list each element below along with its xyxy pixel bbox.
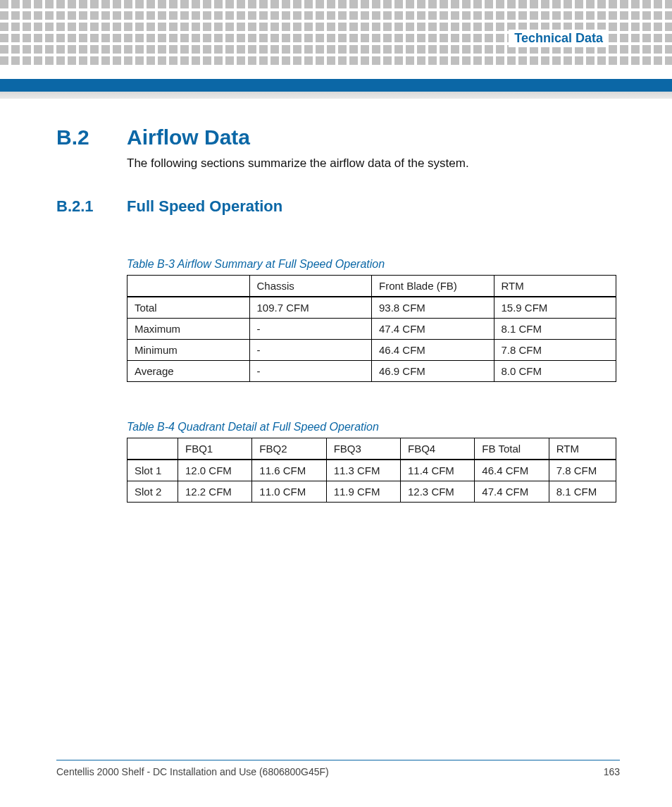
table-row: Total 109.7 CFM 93.8 CFM 15.9 CFM [127,297,616,319]
table-b3-caption: Table B-3 Airflow Summary at Full Speed … [127,258,620,271]
section-title: Airflow Data [127,125,250,149]
table-cell: 93.8 CFM [372,297,494,319]
table-row: Maximum - 47.4 CFM 8.1 CFM [127,319,616,340]
table-cell: - [249,361,372,382]
table-header-cell: RTM [494,276,616,297]
table-row: Average - 46.9 CFM 8.0 CFM [127,361,616,382]
section-number: B.2 [56,125,127,149]
table-b4: FBQ1 FBQ2 FBQ3 FBQ4 FB Total RTM Slot 1 … [127,438,616,503]
table-cell: 8.1 CFM [494,319,616,340]
table-header-cell: FBQ1 [178,438,251,460]
subsection-number: B.2.1 [56,197,127,216]
table-cell: 46.9 CFM [372,361,494,382]
table-cell: - [249,340,372,361]
table-row: Slot 1 12.0 CFM 11.6 CFM 11.3 CFM 11.4 C… [127,460,616,481]
table-cell: 109.7 CFM [249,297,372,319]
table-cell: Total [127,297,250,319]
table-row: Chassis Front Blade (FB) RTM [127,276,616,297]
table-header-cell: Chassis [249,276,372,297]
table-header-cell [127,276,250,297]
table-cell: 11.3 CFM [326,460,400,481]
footer-document-title: Centellis 2000 Shelf - DC Installation a… [56,766,329,777]
table-header-cell: FBQ2 [252,438,326,460]
table-header-cell [127,438,178,460]
table-cell: 12.2 CFM [178,481,251,503]
table-cell: 11.4 CFM [401,460,475,481]
table-cell: 47.4 CFM [372,319,494,340]
table-header-cell: FB Total [475,438,549,460]
table-cell: 46.4 CFM [372,340,494,361]
table-cell: 12.0 CFM [178,460,251,481]
table-cell: 11.0 CFM [252,481,326,503]
table-header-cell: FBQ4 [401,438,475,460]
table-cell: Minimum [127,340,250,361]
table-cell: 8.0 CFM [494,361,616,382]
footer-page-number: 163 [604,766,620,777]
table-cell: 7.8 CFM [549,460,616,481]
section-intro: The following sections summarize the air… [127,156,620,171]
table-row: FBQ1 FBQ2 FBQ3 FBQ4 FB Total RTM [127,438,616,460]
table-cell: 15.9 CFM [494,297,616,319]
table-cell: Slot 1 [127,460,178,481]
table-cell: Average [127,361,250,382]
table-cell: Slot 2 [127,481,178,503]
table-cell: 11.6 CFM [252,460,326,481]
table-cell: - [249,319,372,340]
table-header-cell: FBQ3 [326,438,400,460]
page-header-title: Technical Data [509,30,609,47]
table-header-cell: RTM [549,438,616,460]
table-b3: Chassis Front Blade (FB) RTM Total 109.7… [127,275,616,382]
table-b4-caption: Table B-4 Quadrant Detail at Full Speed … [127,421,620,433]
header-grey-bar [0,92,672,99]
table-cell: 46.4 CFM [475,460,549,481]
table-cell: 8.1 CFM [549,481,616,503]
table-cell: 7.8 CFM [494,340,616,361]
table-row: Slot 2 12.2 CFM 11.0 CFM 11.9 CFM 12.3 C… [127,481,616,503]
table-cell: 12.3 CFM [401,481,475,503]
table-cell: 11.9 CFM [326,481,400,503]
table-cell: Maximum [127,319,250,340]
subsection-title: Full Speed Operation [127,197,282,216]
table-cell: 47.4 CFM [475,481,549,503]
header-blue-bar [0,79,672,92]
table-header-cell: Front Blade (FB) [372,276,494,297]
table-row: Minimum - 46.4 CFM 7.8 CFM [127,340,616,361]
page-footer: Centellis 2000 Shelf - DC Installation a… [56,760,620,777]
